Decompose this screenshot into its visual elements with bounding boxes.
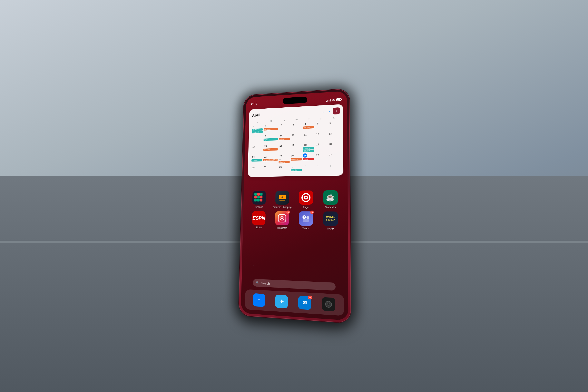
calendar-next-button[interactable]: › (326, 108, 332, 114)
search-placeholder: Search (261, 281, 270, 285)
cal-cell-28[interactable]: 28 (251, 165, 262, 175)
cal-cell-15[interactable]: 15 Tax Day (263, 143, 278, 154)
cal-event: First Da (290, 169, 302, 171)
dock-outlook-button[interactable]: ✉ 12 (298, 296, 311, 310)
calendar-prev-button[interactable]: ‹ (320, 109, 326, 114)
cal-day-num: 4 (303, 122, 308, 126)
dock-upload-button[interactable]: ↑ (253, 293, 265, 307)
cal-cell-3[interactable]: 3 (291, 122, 302, 132)
calendar-widget[interactable]: April ‹ › + S M T W T F S (248, 104, 344, 177)
cal-cell-22[interactable]: 22 Stay at Detroit Mar (263, 154, 278, 164)
cal-day-num: 8 (264, 134, 268, 138)
cal-cell-7[interactable]: 7 (252, 134, 263, 144)
calendar-add-button[interactable]: + (333, 108, 340, 115)
cal-day-num: 26 (315, 153, 320, 157)
cal-day-num: 4 (328, 164, 332, 168)
espn-app-icon: ESPN (252, 211, 266, 225)
cal-day-num: 30 (278, 165, 283, 169)
finance-app-icon (252, 191, 266, 204)
cal-day-num: 17 (291, 143, 295, 148)
cal-cell-may3[interactable]: 3 (315, 163, 327, 174)
app-item-target[interactable]: Target (295, 190, 317, 209)
target-app-label: Target (302, 206, 309, 208)
cal-cell-23[interactable]: 23 ••• Flight to (278, 154, 290, 164)
app-item-finance[interactable]: Finance (249, 191, 270, 208)
cal-cell-31[interactable]: 31 Easter S Easter M (252, 124, 263, 134)
calendar-month: April (252, 110, 320, 118)
cal-day-num: 28 (251, 165, 256, 169)
cal-cell-30[interactable]: 30 (278, 164, 290, 174)
cal-cell-8[interactable]: 8 Eye doc (263, 133, 278, 144)
cal-cell-29[interactable]: 29 (262, 164, 278, 175)
cal-cell-6[interactable]: 6 (328, 120, 340, 131)
cal-cell-12[interactable]: 12 (315, 131, 327, 142)
cal-cell-27[interactable]: 27 (328, 152, 340, 163)
cal-day-num: 9 (279, 134, 283, 138)
cal-cell-26[interactable]: 26 (315, 152, 327, 163)
cal-cell-24[interactable]: 24 Dinner w (290, 153, 302, 164)
battery-icon (336, 98, 342, 101)
status-time: 2:30 (251, 102, 257, 106)
dow-sun: S (252, 120, 263, 124)
cal-event: Flight to (278, 161, 290, 164)
app-item-espn[interactable]: ESPN ESPN (248, 211, 269, 229)
dock-telegram-button[interactable]: ✈ (275, 294, 288, 308)
cal-cell-14[interactable]: 14 (251, 144, 263, 154)
cal-event: Stay at Detroit Mar (263, 159, 278, 161)
cal-cell-may1[interactable]: 1 First Da (290, 164, 302, 174)
app-item-teams[interactable]: T 5 Teams (295, 211, 317, 230)
cal-day-num: 14 (252, 144, 256, 148)
cal-event: ••• (278, 158, 290, 161)
cal-event: Batman (279, 138, 290, 140)
cal-day-num: 7 (252, 134, 256, 138)
cal-cell-13[interactable]: 13 (328, 131, 340, 141)
cal-day-num: 13 (328, 131, 332, 136)
dow-fri: F (315, 117, 327, 121)
cal-day-num: 12 (316, 132, 320, 136)
cal-cell-10[interactable]: 10 (290, 132, 302, 142)
dock-camera-button[interactable] (322, 297, 335, 312)
cal-cell-17[interactable]: 17 (290, 142, 302, 153)
cal-cell-may2[interactable]: 2 (302, 164, 314, 174)
espn-app-label: ESPN (256, 226, 262, 229)
cal-cell-25[interactable]: 25 6 pem (302, 153, 315, 164)
signal-bars-icon (326, 99, 330, 102)
cal-day-num: 2 (279, 123, 283, 128)
battery-fill (337, 99, 340, 100)
cal-cell-20[interactable]: 20 (328, 141, 340, 152)
cal-day-num: 23 (279, 154, 283, 158)
app-item-amazon[interactable]: a Amazon Shopping (272, 190, 293, 208)
cal-event: Eye doc (264, 138, 278, 141)
cal-cell-1[interactable]: 1 Vet appo (263, 123, 278, 134)
dow-sat: S (328, 116, 340, 120)
app-item-snap[interactable]: Marvel SNAP SNAP (320, 212, 342, 230)
instagram-icon-wrap: 3 (275, 211, 289, 226)
outlook-badge: 12 (308, 296, 312, 300)
cal-cell-18[interactable]: 18 Coffee w EGLE M (302, 142, 315, 153)
cal-cell-11[interactable]: 11 (302, 132, 314, 142)
dow-mon: M (264, 119, 278, 123)
cal-cell-16[interactable]: 16 (278, 143, 290, 154)
search-bar[interactable]: 🔍 Search (253, 279, 336, 291)
starbucks-icon-wrap: ☕ (323, 190, 338, 205)
cal-cell-21[interactable]: 21 Change (251, 154, 263, 165)
cal-day-num: 1 (291, 164, 295, 169)
cal-day-num: 20 (328, 142, 332, 146)
cal-day-num: 21 (252, 155, 256, 159)
teams-icon-wrap: T 5 (299, 211, 313, 226)
cal-day-num: 3 (291, 122, 295, 127)
app-item-starbucks[interactable]: ☕ Starbucks (320, 190, 342, 209)
cal-cell-5[interactable]: 5 (315, 120, 327, 131)
cal-cell-4[interactable]: 4 Vet appo (303, 121, 315, 132)
cal-event: Coffee w (303, 147, 314, 150)
cal-cell-9[interactable]: 9 Batman (278, 133, 290, 143)
cal-event: Vet appo (303, 126, 314, 129)
cal-cell-may4[interactable]: 4 (328, 163, 340, 173)
cal-day-num: 24 (291, 154, 295, 158)
scene: 2:30 5G April (157, 16, 431, 388)
snap-icon-wrap: Marvel SNAP (323, 212, 338, 226)
amazon-app-label: Amazon Shopping (273, 206, 292, 208)
cal-cell-19[interactable]: 19 (315, 142, 327, 152)
cal-cell-2[interactable]: 2 (278, 122, 290, 133)
app-item-instagram[interactable]: 3 Instagram (272, 211, 293, 229)
